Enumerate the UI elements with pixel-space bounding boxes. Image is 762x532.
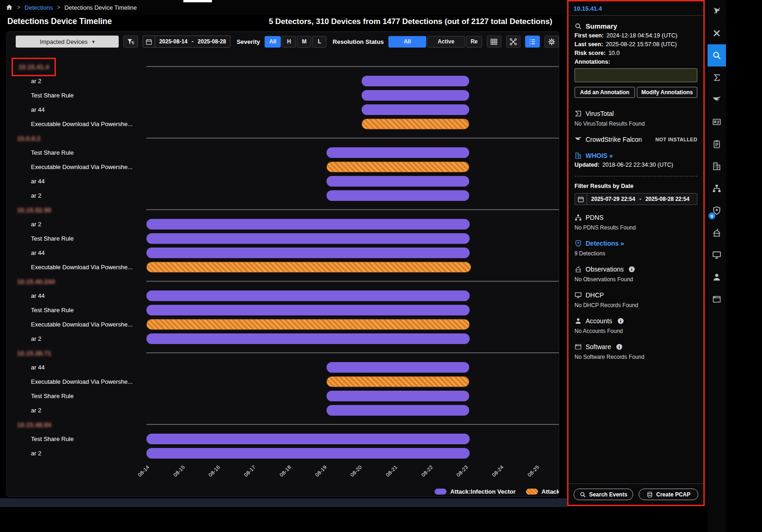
info-icon[interactable] — [617, 317, 624, 325]
impacted-devices-dropdown[interactable]: Impacted Devices ▾ — [16, 36, 119, 48]
timeline-bar-infection[interactable] — [146, 248, 470, 258]
device-group-label[interactable]: 10.15.40.244 — [17, 274, 55, 289]
add-annotation-button[interactable]: Add an Annotation — [575, 87, 635, 98]
severity-all-button[interactable]: All — [265, 36, 281, 48]
search-events-button[interactable]: Search Events — [574, 489, 633, 500]
timeline-bar-infection[interactable] — [146, 434, 470, 444]
timeline-bar-infection[interactable] — [146, 448, 470, 459]
rail-summary-button[interactable] — [708, 66, 726, 89]
device-ip-text: 10.0.8.2 — [17, 135, 41, 142]
dhcp-empty-text: No DHCP Records Found — [575, 302, 697, 308]
settings-button[interactable] — [544, 36, 559, 48]
panel-device-ip[interactable]: 10.15.41.4 — [568, 1, 703, 15]
timeline-bar-infection[interactable] — [327, 391, 470, 401]
x-axis-tick: 08-23 — [446, 464, 469, 488]
rail-dhcp-button[interactable] — [708, 244, 726, 266]
timeline-bar-infection[interactable] — [146, 290, 470, 301]
group-separator — [146, 209, 559, 210]
bottom-bar — [0, 498, 567, 507]
timeline-bar-exploit[interactable] — [327, 162, 470, 172]
timeline-panel: Impacted Devices ▾ 2025-08-14 - 2025-08-… — [6, 31, 559, 497]
severity-high-button[interactable]: H — [282, 36, 296, 48]
timeline-bar-infection[interactable] — [327, 147, 470, 158]
observations-heading: Observations — [586, 266, 623, 273]
info-icon[interactable] — [616, 343, 623, 351]
resolution-all-button[interactable]: All — [388, 36, 426, 48]
timeline-bar-exploit[interactable] — [146, 319, 470, 330]
rail-close-button[interactable] — [708, 22, 726, 44]
timeline-bar-exploit[interactable] — [146, 262, 471, 272]
x-axis-tick: 08-18 — [268, 464, 292, 488]
timeline-bar-infection[interactable] — [362, 90, 469, 101]
device-group-label[interactable]: 10.15.52.90 — [17, 203, 51, 217]
timeline-bar-infection[interactable] — [327, 362, 470, 373]
virustotal-icon — [575, 110, 582, 117]
filter-button[interactable] — [123, 36, 138, 48]
rail-id-card-button[interactable] — [708, 111, 726, 133]
timeline-bar-infection[interactable] — [327, 176, 470, 187]
timeline-bar-infection[interactable] — [146, 219, 470, 230]
last-seen-value: 2025-08-22 15:57:08 (UTC) — [606, 41, 677, 48]
software-section-header: Software — [575, 343, 697, 351]
group-separator — [146, 138, 559, 139]
search-icon — [580, 491, 586, 498]
summary-search-icon — [575, 23, 582, 30]
page-header: Detections Device Timeline 5 Detectors, … — [7, 17, 552, 26]
telescope-icon — [712, 228, 721, 237]
first-seen-label: First seen: — [575, 32, 604, 39]
timeline-bar-infection[interactable] — [146, 333, 470, 344]
device-group-label-highlighted[interactable]: 10.15.41.4 — [12, 58, 56, 76]
calendar-icon — [145, 38, 152, 45]
rail-software-button[interactable] — [708, 288, 726, 310]
create-pcap-button[interactable]: Create PCAP — [639, 489, 698, 500]
detection-row-label: Test Share Rule — [31, 389, 74, 403]
detection-row-label: ar 2 — [31, 403, 41, 417]
drone-view-button[interactable] — [506, 36, 520, 48]
timeline-bar-exploit[interactable] — [327, 376, 470, 387]
resolution-resolved-button[interactable]: Re — [466, 36, 482, 48]
timeline-bar-infection[interactable] — [362, 76, 469, 86]
panel-date-range-picker[interactable]: 2025-07-29 22:54 - 2025-08-28 22:54 — [575, 193, 697, 205]
device-group-label[interactable]: 10.15.48.84 — [17, 417, 51, 432]
timeline-bar-infection[interactable] — [146, 305, 470, 315]
device-group-label[interactable]: 10.0.8.2 — [17, 131, 41, 145]
list-view-button[interactable] — [525, 36, 539, 48]
summary-heading: Summary — [586, 22, 617, 30]
rail-inspector-button[interactable] — [708, 0, 726, 22]
modify-annotations-button[interactable]: Modify Annotations — [637, 87, 697, 98]
resolution-active-button[interactable]: Active — [427, 36, 465, 48]
pcap-icon — [647, 491, 653, 498]
timeline-bar-infection[interactable] — [327, 405, 470, 416]
annotation-input[interactable] — [575, 68, 697, 82]
detections-link[interactable]: Detections » — [586, 240, 624, 247]
detection-row-label: ar 44 — [31, 360, 45, 375]
rail-notes-button[interactable] — [708, 133, 726, 155]
timeline-toolbar: Impacted Devices ▾ 2025-08-14 - 2025-08-… — [7, 32, 559, 51]
table-view-button[interactable] — [487, 36, 501, 48]
severity-low-button[interactable]: L — [312, 36, 327, 48]
info-icon[interactable] — [628, 266, 635, 273]
device-group-label[interactable]: 10.15.38.71 — [17, 346, 51, 360]
severity-medium-button[interactable]: M — [297, 36, 311, 48]
timeline-area: 10.15.41.4ar 2Test Share Rulear 44Execut… — [7, 53, 559, 496]
timeline-bar-infection[interactable] — [146, 233, 470, 244]
timeline-bar-exploit[interactable] — [362, 119, 469, 129]
panel-body: Summary First seen:2024-12-18 04:54:19 (… — [568, 16, 703, 484]
rail-accounts-button[interactable] — [708, 266, 726, 288]
timeline-bar-infection[interactable] — [362, 104, 469, 115]
timeline-bar-infection[interactable] — [327, 190, 470, 201]
rail-pdns-button[interactable] — [708, 177, 726, 200]
shield-icon — [575, 240, 582, 247]
rail-crowdstrike-button[interactable] — [708, 89, 726, 111]
rail-whois-button[interactable] — [708, 155, 726, 177]
whois-link[interactable]: WHOIS » — [586, 152, 613, 159]
rail-observations-button[interactable] — [708, 222, 726, 244]
x-axis-tick: 08-24 — [481, 464, 505, 488]
rail-detections-button[interactable]: 9 — [708, 200, 726, 222]
home-icon[interactable] — [6, 4, 13, 11]
group-separator — [146, 66, 559, 67]
rail-search-button[interactable] — [708, 44, 726, 66]
date-range-picker[interactable]: 2025-08-14 - 2025-08-28 — [143, 36, 231, 48]
pdns-heading: PDNS — [586, 214, 604, 221]
breadcrumb-detections[interactable]: Detections — [24, 4, 53, 11]
